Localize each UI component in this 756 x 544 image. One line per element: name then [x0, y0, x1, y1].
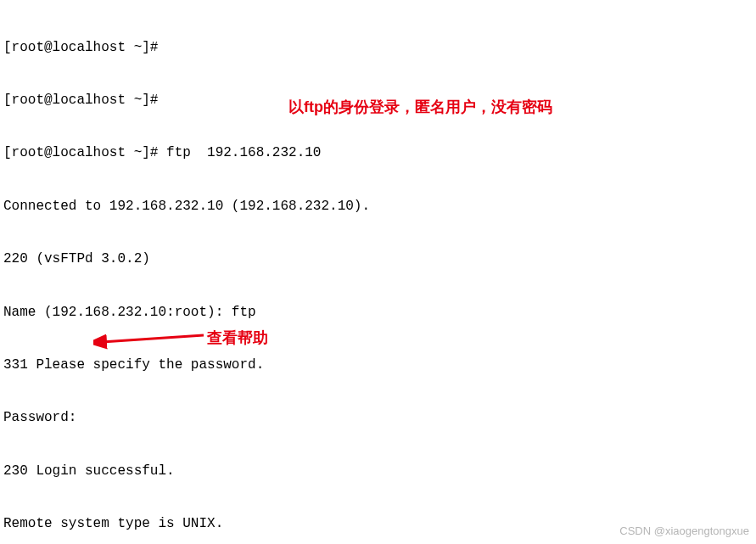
terminal-line: 220 (vsFTPd 3.0.2)	[3, 250, 753, 268]
terminal-line: Password:	[3, 409, 753, 427]
terminal-output: [root@localhost ~]# [root@localhost ~]# …	[3, 3, 753, 544]
watermark: CSDN @xiaogengtongxue	[619, 524, 749, 539]
terminal-line: [root@localhost ~]#	[3, 39, 753, 57]
terminal-line: 230 Login successful.	[3, 463, 753, 480]
terminal-line: 331 Please specify the password.	[3, 356, 753, 374]
annotation-login-note: 以ftp的身份登录，匿名用户，没有密码	[288, 98, 552, 117]
terminal-line: Name (192.168.232.10:root): ftp	[3, 304, 753, 322]
terminal-line: Connected to 192.168.232.10 (192.168.232…	[3, 198, 753, 216]
terminal-line: [root@localhost ~]# ftp 192.168.232.10	[3, 144, 753, 162]
annotation-help-note: 查看帮助	[207, 328, 268, 348]
